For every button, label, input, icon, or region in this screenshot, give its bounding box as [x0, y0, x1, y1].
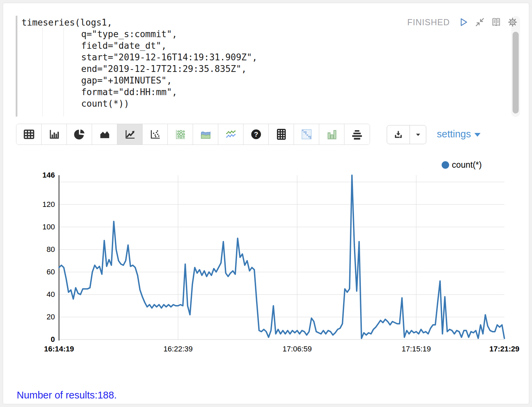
- chart-type-button-area-chart[interactable]: [92, 124, 117, 145]
- x-tick-label: 17:06:59: [283, 345, 312, 353]
- chart-type-button-stacked-area[interactable]: [193, 124, 218, 145]
- code-line[interactable]: q="type_s:commit",: [21, 28, 492, 40]
- chart-type-toolbar: ?: [16, 124, 370, 145]
- code-editor[interactable]: timeseries(logs1,q="type_s:commit",field…: [21, 17, 492, 109]
- bar-chart-icon: [48, 128, 60, 140]
- code-line[interactable]: end="2019-12-17T21:29:35.835Z",: [21, 63, 492, 75]
- chart-type-button-table-dense[interactable]: [269, 124, 294, 145]
- hbar-centered-icon: [351, 128, 363, 140]
- collapse-editor-icon[interactable]: [474, 17, 485, 28]
- stacked-area-icon: [200, 128, 212, 140]
- code-line[interactable]: format="dd:HH:mm",: [21, 86, 492, 98]
- chart-type-button-hbar-centered[interactable]: [344, 124, 370, 145]
- editor-gutter: [16, 16, 17, 117]
- y-tick-label: 20: [34, 313, 55, 321]
- download-button[interactable]: [387, 125, 410, 144]
- x-tick-label: 16:22:39: [163, 345, 193, 353]
- paragraph-controls: FINISHED: [407, 17, 518, 28]
- chart-type-button-bar-chart[interactable]: [42, 124, 67, 145]
- table-icon: [23, 128, 35, 140]
- download-button-group: [387, 125, 426, 144]
- settings-link[interactable]: settings: [437, 129, 481, 140]
- run-play-icon[interactable]: [458, 17, 469, 28]
- chart-type-button-line-chart[interactable]: [117, 124, 143, 145]
- chart-type-button-bubble-chart[interactable]: [168, 124, 193, 145]
- code-line[interactable]: count(*)): [21, 98, 492, 109]
- chart-type-button-help[interactable]: ?: [243, 124, 269, 145]
- settings-caret-icon: [474, 133, 481, 137]
- legend-item[interactable]: count(*): [442, 160, 482, 170]
- bar-green-icon: [326, 128, 338, 140]
- multi-line-icon: [225, 128, 237, 140]
- x-tick-label: 16:14:19: [44, 345, 74, 353]
- y-tick-label: 120: [34, 200, 55, 209]
- y-tick-label: 0: [34, 335, 55, 344]
- paragraph-card: timeseries(logs1,q="type_s:commit",field…: [3, 3, 529, 404]
- download-icon: [393, 130, 403, 140]
- y-tick-label: 146: [34, 171, 55, 180]
- download-options-button[interactable]: [410, 125, 426, 144]
- pie-chart-icon: [73, 128, 86, 140]
- chart-type-button-heatmap[interactable]: [294, 124, 319, 145]
- gear-settings-icon[interactable]: [507, 17, 518, 28]
- code-line[interactable]: field="date_dt",: [21, 40, 492, 51]
- heatmap-icon: [300, 128, 313, 140]
- caret-down-icon: [414, 130, 423, 139]
- show-editor-book-icon[interactable]: [491, 17, 502, 28]
- legend-color-dot: [442, 161, 449, 169]
- help-icon: ?: [250, 128, 262, 140]
- table-dense-icon: [275, 128, 287, 140]
- area-chart-icon: [99, 128, 111, 140]
- y-tick-label: 80: [34, 245, 55, 254]
- chart-type-button-table[interactable]: [16, 124, 42, 145]
- y-tick-label: 100: [34, 223, 55, 231]
- svg-text:?: ?: [254, 131, 258, 138]
- y-tick-label: 60: [34, 268, 55, 276]
- chart-type-button-scatter-plot[interactable]: [143, 124, 168, 145]
- chart-type-button-bar-green[interactable]: [319, 124, 344, 145]
- chart-type-button-pie-chart[interactable]: [67, 124, 92, 145]
- y-tick-label: 40: [34, 290, 55, 299]
- x-tick-label: 17:15:19: [402, 345, 431, 353]
- scatter-plot-icon: [149, 128, 161, 140]
- settings-label: settings: [437, 129, 471, 140]
- legend-series-label: count(*): [452, 160, 482, 170]
- code-line[interactable]: start="2019-12-16T14:19:31.909Z",: [21, 51, 492, 63]
- chart-type-button-multi-line[interactable]: [218, 124, 243, 145]
- line-chart-icon: [124, 128, 136, 140]
- results-count-text: Number of results:188.: [17, 390, 117, 401]
- status-badge: FINISHED: [407, 17, 450, 27]
- editor-scrollbar[interactable]: [511, 16, 520, 117]
- x-tick-label: 17:21:29: [489, 345, 519, 353]
- code-line[interactable]: gap="+10MINUTES",: [21, 75, 492, 86]
- bubble-chart-icon: [174, 128, 187, 140]
- editor-scrollbar-thumb[interactable]: [513, 32, 519, 114]
